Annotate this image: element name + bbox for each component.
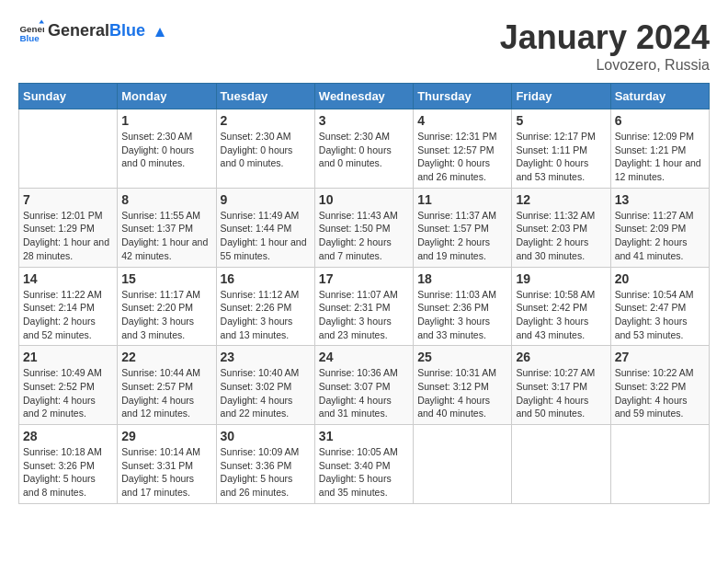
day-number: 19 [516,271,606,286]
day-info: Sunrise: 12:01 PM Sunset: 1:29 PM Daylig… [23,209,113,263]
weekday-header: Friday [512,84,610,109]
weekday-header: Wednesday [314,84,413,109]
day-number: 9 [221,192,311,207]
day-number: 6 [615,113,705,128]
day-info: Sunset: 2:30 AM Daylight: 0 hours and 0 … [319,130,409,170]
day-info: Sunrise: 10:40 AM Sunset: 3:02 PM Daylig… [221,366,311,420]
calendar-cell: 5Sunrise: 12:17 PM Sunset: 1:11 PM Dayli… [512,109,610,189]
day-info: Sunrise: 11:27 AM Sunset: 2:09 PM Daylig… [615,209,705,263]
month-title: January 2024 [500,18,710,57]
day-number: 13 [615,192,705,207]
title-area: January 2024 Lovozero, Russia [500,18,710,74]
calendar-week-row: 14Sunrise: 11:22 AM Sunset: 2:14 PM Dayl… [19,267,710,346]
day-number: 2 [221,113,311,128]
day-info: Sunrise: 10:05 AM Sunset: 3:40 PM Daylig… [319,445,409,500]
day-number: 25 [417,350,507,364]
day-info: Sunrise: 11:07 AM Sunset: 2:31 PM Daylig… [319,288,409,342]
day-number: 12 [516,192,606,207]
calendar-cell: 9Sunrise: 11:49 AM Sunset: 1:44 PM Dayli… [216,188,314,267]
day-number: 8 [121,192,211,207]
calendar-cell: 1Sunset: 2:30 AM Daylight: 0 hours and 0… [118,109,216,189]
calendar-cell: 13Sunrise: 11:27 AM Sunset: 2:09 PM Dayl… [610,188,709,267]
day-number: 27 [615,350,705,364]
calendar-cell: 6Sunrise: 12:09 PM Sunset: 1:21 PM Dayli… [610,109,709,189]
calendar-cell: 2Sunset: 2:30 AM Daylight: 0 hours and 0… [216,109,314,189]
calendar-cell: 25Sunrise: 10:31 AM Sunset: 3:12 PM Dayl… [414,346,512,425]
day-number: 11 [417,192,507,207]
calendar-cell: 8Sunrise: 11:55 AM Sunset: 1:37 PM Dayli… [118,188,216,267]
calendar-cell: 29Sunrise: 10:14 AM Sunset: 3:31 PM Dayl… [118,425,216,504]
day-info: Sunrise: 10:31 AM Sunset: 3:12 PM Daylig… [417,366,507,420]
calendar-cell: 3Sunset: 2:30 AM Daylight: 0 hours and 0… [314,109,413,189]
day-info: Sunrise: 11:43 AM Sunset: 1:50 PM Daylig… [319,209,409,263]
calendar-cell: 11Sunrise: 11:37 AM Sunset: 1:57 PM Dayl… [414,188,512,267]
day-info: Sunrise: 11:37 AM Sunset: 1:57 PM Daylig… [417,209,507,263]
svg-marker-3 [155,28,165,37]
calendar-week-row: 21Sunrise: 10:49 AM Sunset: 2:52 PM Dayl… [19,346,710,425]
day-info: Sunrise: 12:09 PM Sunset: 1:21 PM Daylig… [615,130,705,184]
day-info: Sunrise: 10:22 AM Sunset: 3:22 PM Daylig… [615,366,705,420]
day-info: Sunrise: 10:14 AM Sunset: 3:31 PM Daylig… [121,445,211,500]
weekday-header: Tuesday [216,84,314,109]
calendar-cell: 30Sunrise: 10:09 AM Sunset: 3:36 PM Dayl… [216,425,314,504]
calendar-cell: 18Sunrise: 11:03 AM Sunset: 2:36 PM Dayl… [414,267,512,346]
location-title: Lovozero, Russia [500,57,710,74]
day-number: 26 [516,350,606,364]
day-info: Sunrise: 11:17 AM Sunset: 2:20 PM Daylig… [121,288,211,342]
calendar-cell: 16Sunrise: 11:12 AM Sunset: 2:26 PM Dayl… [216,267,314,346]
logo: General Blue GeneralBlue [18,18,168,44]
svg-text:Blue: Blue [19,33,40,43]
svg-marker-2 [39,19,44,23]
logo-blue: Blue [109,21,145,40]
calendar-cell: 24Sunrise: 10:36 AM Sunset: 3:07 PM Dayl… [314,346,413,425]
day-number: 20 [615,271,705,286]
calendar-cell: 22Sunrise: 10:44 AM Sunset: 2:57 PM Dayl… [118,346,216,425]
day-info: Sunrise: 11:55 AM Sunset: 1:37 PM Daylig… [121,209,211,263]
day-info: Sunset: 2:30 AM Daylight: 0 hours and 0 … [121,130,211,170]
calendar-week-row: 28Sunrise: 10:18 AM Sunset: 3:26 PM Dayl… [19,425,710,504]
day-number: 23 [221,350,311,364]
calendar-week-row: 7Sunrise: 12:01 PM Sunset: 1:29 PM Dayli… [19,188,710,267]
day-info: Sunrise: 10:09 AM Sunset: 3:36 PM Daylig… [221,445,311,500]
day-info: Sunrise: 10:27 AM Sunset: 3:17 PM Daylig… [516,366,606,420]
weekday-header: Saturday [610,84,709,109]
weekday-header-row: SundayMondayTuesdayWednesdayThursdayFrid… [19,84,710,109]
day-number: 10 [319,192,409,207]
day-info: Sunrise: 10:49 AM Sunset: 2:52 PM Daylig… [23,366,113,420]
logo-icon: General Blue [18,18,44,44]
day-number: 15 [121,271,211,286]
day-info: Sunrise: 10:58 AM Sunset: 2:42 PM Daylig… [516,288,606,342]
day-number: 4 [417,113,507,128]
calendar-week-row: 1Sunset: 2:30 AM Daylight: 0 hours and 0… [19,109,710,189]
day-number: 24 [319,350,409,364]
calendar-cell: 15Sunrise: 11:17 AM Sunset: 2:20 PM Dayl… [118,267,216,346]
calendar-cell: 19Sunrise: 10:58 AM Sunset: 2:42 PM Dayl… [512,267,610,346]
day-number: 30 [221,429,311,443]
day-number: 14 [23,271,113,286]
calendar-cell: 21Sunrise: 10:49 AM Sunset: 2:52 PM Dayl… [19,346,118,425]
day-number: 28 [23,429,113,443]
day-info: Sunrise: 10:18 AM Sunset: 3:26 PM Daylig… [23,445,113,500]
day-info: Sunrise: 11:22 AM Sunset: 2:14 PM Daylig… [23,288,113,342]
calendar-cell: 31Sunrise: 10:05 AM Sunset: 3:40 PM Dayl… [314,425,413,504]
day-number: 16 [221,271,311,286]
calendar-cell: 26Sunrise: 10:27 AM Sunset: 3:17 PM Dayl… [512,346,610,425]
day-number: 21 [23,350,113,364]
day-info: Sunrise: 12:17 PM Sunset: 1:11 PM Daylig… [516,130,606,184]
day-info: Sunset: 2:30 AM Daylight: 0 hours and 0 … [221,130,311,170]
calendar-cell: 10Sunrise: 11:43 AM Sunset: 1:50 PM Dayl… [314,188,413,267]
calendar-cell: 27Sunrise: 10:22 AM Sunset: 3:22 PM Dayl… [610,346,709,425]
calendar-cell: 28Sunrise: 10:18 AM Sunset: 3:26 PM Dayl… [19,425,118,504]
day-number: 22 [121,350,211,364]
calendar-cell: 23Sunrise: 10:40 AM Sunset: 3:02 PM Dayl… [216,346,314,425]
day-number: 31 [319,429,409,443]
day-number: 18 [417,271,507,286]
calendar-cell: 17Sunrise: 11:07 AM Sunset: 2:31 PM Dayl… [314,267,413,346]
calendar-table: SundayMondayTuesdayWednesdayThursdayFrid… [18,83,710,504]
day-info: Sunrise: 10:36 AM Sunset: 3:07 PM Daylig… [319,366,409,420]
day-number: 5 [516,113,606,128]
calendar-cell [19,109,118,189]
weekday-header: Monday [118,84,216,109]
calendar-cell: 20Sunrise: 10:54 AM Sunset: 2:47 PM Dayl… [610,267,709,346]
day-info: Sunrise: 12:31 PM Sunset: 12:57 PM Dayli… [417,130,507,184]
